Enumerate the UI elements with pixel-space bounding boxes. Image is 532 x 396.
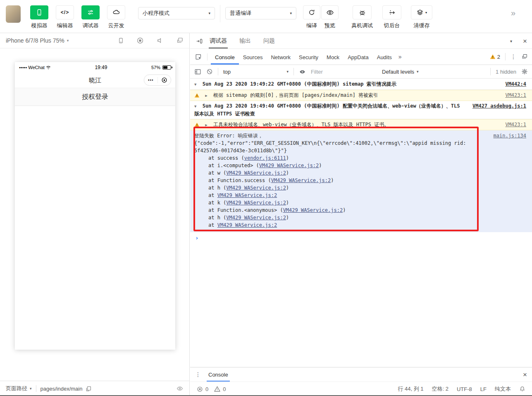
tab-network[interactable]: Network: [267, 49, 295, 65]
console-log-row[interactable]: VM442:4 ▼ Sun Aug 23 2020 19:49:22 GMT+0…: [190, 79, 532, 90]
speaker-icon[interactable]: [156, 37, 164, 44]
cloud-dev-button[interactable]: 云开发: [107, 5, 125, 29]
wifi-icon: [46, 65, 51, 70]
tab-security[interactable]: Security: [295, 49, 322, 65]
copy-icon[interactable]: [86, 386, 91, 392]
mode-select[interactable]: 小程序模式 ▾: [138, 7, 215, 19]
tab-debugger[interactable]: 调试器: [209, 37, 228, 48]
stack-frame: at VM429 WAService.js:2: [194, 192, 526, 199]
drawer-tab-console[interactable]: Console: [207, 367, 230, 382]
more-tabs-button[interactable]: »: [396, 53, 403, 60]
tab-mock[interactable]: Mock: [322, 49, 344, 65]
remote-debug-button[interactable]: 真机调试: [351, 5, 373, 29]
error-text-line3: 5f4257d6-0017d43e-3c011d8b\"}"}: [194, 147, 526, 154]
stack-source-link[interactable]: VM429 WAService.js:2: [226, 215, 286, 221]
close-icon[interactable]: ×: [523, 371, 527, 378]
source-link[interactable]: VM442:4: [505, 80, 526, 88]
filter-input[interactable]: [311, 69, 377, 75]
source-link[interactable]: main.js:134: [494, 132, 526, 139]
tab-problems[interactable]: 问题: [262, 37, 276, 48]
bell-icon[interactable]: [519, 386, 525, 392]
status-bar: 0 0 行 44, 列 1 空格: 2 UTF-8 LF 纯文本: [190, 382, 532, 396]
source-link[interactable]: VM427 asdebug.js:1: [472, 102, 526, 110]
tab-console[interactable]: Console: [211, 49, 239, 65]
stack-source-link[interactable]: VM429 WAService.js:2: [259, 163, 319, 168]
collapse-triangle-icon[interactable]: ▶: [205, 94, 207, 98]
stack-source-link[interactable]: VM429 WAService.js:2: [226, 185, 286, 191]
minimize-target-icon[interactable]: [158, 77, 171, 83]
encoding[interactable]: UTF-8: [457, 386, 472, 392]
context-select[interactable]: top ▾: [223, 69, 289, 75]
toolbar-overflow-button[interactable]: »: [511, 8, 515, 18]
page-path-dropdown[interactable]: 页面路径: [6, 385, 27, 392]
toggle-debugger-button[interactable]: 调试器: [81, 5, 100, 29]
stack-source-link[interactable]: VM429 WAService.js:2: [271, 178, 331, 183]
source-link[interactable]: VM423:1: [505, 91, 526, 99]
preview-button[interactable]: 预览: [321, 5, 339, 29]
stack-frame: at h (VM429 WAService.js:2): [194, 214, 526, 221]
phone-screen: ••••• WeChat 19:49 57% 晓江 •••: [15, 62, 175, 350]
warning-count-badge[interactable]: 2: [490, 54, 500, 60]
user-avatar[interactable]: [6, 5, 21, 23]
console-prompt-chevron[interactable]: ›: [190, 232, 532, 241]
carrier-label: ••••• WeChat: [19, 65, 45, 70]
kebab-menu-icon[interactable]: ⋮: [511, 53, 516, 60]
kebab-menu-icon[interactable]: ⋮: [195, 371, 201, 378]
authorize-login-button[interactable]: 授权登录: [15, 88, 175, 106]
chevron-down-icon[interactable]: ▾: [510, 39, 512, 43]
toggle-simulator-button[interactable]: 模拟器: [30, 5, 48, 29]
close-icon[interactable]: ×: [523, 38, 527, 45]
collapse-triangle-icon[interactable]: ▶: [205, 123, 207, 127]
preview-label: 预览: [324, 22, 335, 29]
clear-cache-button[interactable]: ▾ 清缓存: [411, 5, 432, 29]
stack-source-link[interactable]: vendor.js:6111: [244, 155, 286, 161]
console-settings-gear-icon[interactable]: [521, 68, 528, 75]
expand-triangle-icon[interactable]: ▼: [194, 82, 196, 86]
tab-sources[interactable]: Sources: [239, 49, 267, 65]
compile-mode-select[interactable]: 普通编译 ▾: [225, 7, 296, 19]
indentation[interactable]: 空格: 2: [432, 385, 449, 393]
eol[interactable]: LF: [480, 386, 487, 392]
console-error-block[interactable]: main.js:134 登陆失败 Error: 响应错误， {"code":-1…: [190, 130, 532, 232]
log-levels-select[interactable]: Default levels ▾: [382, 69, 419, 75]
capsule-menu[interactable]: •••: [144, 74, 171, 86]
record-icon[interactable]: [136, 37, 144, 44]
expand-triangle-icon[interactable]: ▼: [194, 104, 196, 108]
toggle-editor-button[interactable]: </> 编辑器: [56, 5, 74, 29]
live-expression-eye-icon[interactable]: [299, 69, 306, 75]
stack-source-link[interactable]: VM429 WAService.js:2: [283, 207, 343, 213]
popout-icon[interactable]: [521, 53, 528, 60]
source-link[interactable]: VM423:1: [505, 121, 526, 128]
stack-source-link[interactable]: VM429 WAService.js:2: [226, 170, 286, 176]
switch-background-button[interactable]: 切后台: [382, 5, 401, 29]
console-warning-row[interactable]: VM423:1 ▶ 工具未校验合法域名、web-view（业务域名）、TLS 版…: [190, 119, 532, 130]
clear-console-icon[interactable]: [206, 68, 213, 75]
debugger-panel: 调试器 输出 问题 ▾ × Console Sources Network Se…: [190, 33, 532, 396]
wechat-devtools-window: 模拟器 </> 编辑器 调试器 云开发 小程序模式 ▾ 普通编译 ▾: [0, 0, 532, 396]
inspect-icon[interactable]: [194, 53, 208, 60]
battery-icon: [162, 65, 171, 70]
tab-appdata[interactable]: AppData: [344, 49, 373, 65]
stack-source-link[interactable]: VM429 WAService.js:2: [226, 200, 286, 206]
console-log-row[interactable]: VM427 asdebug.js:1 ▼ Sun Aug 23 2020 19:…: [190, 101, 532, 119]
compile-button[interactable]: 编译: [303, 5, 320, 29]
tab-audits[interactable]: Audits: [373, 49, 396, 65]
cursor-position[interactable]: 行 44, 列 1: [398, 385, 423, 393]
device-frame-icon[interactable]: [118, 37, 124, 44]
simulator-panel: iPhone 6/7/8 Plus 75% ▾ ••••• WeChat: [0, 33, 190, 381]
page-path-value: pages/index/main: [41, 386, 83, 392]
warning-icon: [194, 122, 200, 127]
more-dots-icon[interactable]: •••: [144, 78, 157, 82]
filetype[interactable]: 纯文本: [495, 385, 511, 393]
console-sidebar-toggle-icon[interactable]: [194, 68, 201, 75]
detach-window-icon[interactable]: [176, 37, 184, 44]
device-selector[interactable]: iPhone 6/7/8 Plus 75%: [6, 37, 64, 44]
console-warning-row[interactable]: VM423:1 ▶ 根据 sitemap 的规则[0]，当前页面 [pages/…: [190, 90, 532, 101]
dock-icon[interactable]: [196, 38, 203, 45]
stack-source-link[interactable]: VM429 WAService.js:2: [217, 222, 277, 228]
chevron-down-icon: ▾: [208, 11, 210, 15]
console-messages: VM442:4 ▼ Sun Aug 23 2020 19:49:22 GMT+0…: [190, 79, 532, 367]
stack-source-link[interactable]: VM429 WAService.js:2: [217, 192, 277, 198]
eye-icon[interactable]: [176, 385, 184, 392]
tab-output[interactable]: 输出: [239, 37, 252, 48]
